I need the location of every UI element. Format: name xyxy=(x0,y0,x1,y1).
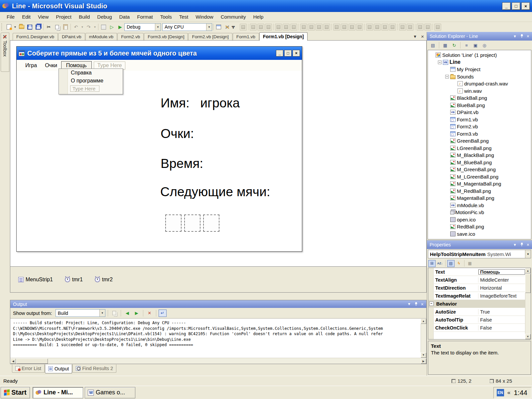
layout-tool-icon[interactable] xyxy=(356,24,363,31)
tree-item[interactable]: DPaint.vb xyxy=(428,109,531,116)
next-message-button[interactable]: ▶ xyxy=(133,310,141,317)
layout-tool-icon[interactable] xyxy=(417,24,424,31)
tree-item[interactable]: RedBall.png xyxy=(428,223,531,230)
properties-window-button[interactable] xyxy=(214,23,223,31)
form-minimize-button[interactable]: _ xyxy=(276,50,283,57)
window-position-icon[interactable]: ▼ xyxy=(407,302,411,306)
menu-item[interactable]: Tools xyxy=(157,13,175,21)
scroll-right-icon[interactable]: ▶ xyxy=(421,358,426,364)
previous-message-button[interactable]: ◀ xyxy=(123,310,131,317)
open-file-button[interactable] xyxy=(17,23,26,31)
menu-item-spravka[interactable]: Справка xyxy=(59,69,123,77)
menu-item[interactable]: Debug xyxy=(94,13,115,21)
layout-tool-icon[interactable] xyxy=(273,24,274,30)
layout-tool-icon[interactable] xyxy=(424,24,431,31)
scroll-down-icon[interactable]: ▼ xyxy=(421,352,426,358)
toolbox-button[interactable] xyxy=(223,23,231,31)
document-tab[interactable]: Form2.vb xyxy=(117,33,144,40)
panel-tab[interactable]: Output xyxy=(45,364,72,373)
tree-item[interactable]: Sounds xyxy=(428,73,531,80)
word-wrap-button[interactable]: ↵ xyxy=(159,310,167,317)
menu-item[interactable]: Community xyxy=(217,13,249,21)
label-next-balls[interactable]: Следующие мячи: xyxy=(160,185,270,199)
copy-button[interactable] xyxy=(53,23,61,31)
layout-tool-icon[interactable] xyxy=(240,24,247,31)
layout-tool-icon[interactable] xyxy=(364,24,365,30)
solution-platform-combo[interactable]: Any CPU ▼ xyxy=(162,23,212,31)
tree-item[interactable]: drumpad-crash.wav xyxy=(428,80,531,87)
scroll-left-icon[interactable]: ◀ xyxy=(10,358,16,364)
layout-tool-icon[interactable] xyxy=(433,24,433,30)
chevron-down-icon[interactable]: ▼ xyxy=(155,24,161,31)
maximize-button[interactable]: □ xyxy=(512,2,520,10)
menu-item[interactable]: File xyxy=(3,13,18,21)
layout-tool-icon[interactable] xyxy=(257,24,264,31)
view-class-diagram-button[interactable]: ◎ xyxy=(480,42,488,49)
undo-button[interactable]: ↶ xyxy=(72,23,80,31)
property-row[interactable]: TextПомощь xyxy=(434,268,525,276)
menu-ochki[interactable]: Очки xyxy=(41,62,61,69)
window-position-icon[interactable]: ▼ xyxy=(513,35,517,38)
layout-tool-icon[interactable] xyxy=(366,24,373,31)
menu-item[interactable]: View xyxy=(35,13,52,21)
start-debugging-button[interactable]: ▶ xyxy=(116,23,124,31)
property-value[interactable]: Помощь xyxy=(478,269,525,275)
chevron-down-icon[interactable]: ▼ xyxy=(206,24,212,31)
layout-tool-icon[interactable] xyxy=(290,24,297,31)
window-position-icon[interactable]: ▼ xyxy=(513,243,517,247)
next-ball-picturebox-2[interactable] xyxy=(184,214,200,232)
document-tab[interactable]: Form1.vb [Design] xyxy=(259,32,308,41)
close-icon[interactable]: × xyxy=(527,242,529,247)
layout-tool-icon[interactable] xyxy=(333,24,340,31)
scrollbar-thumb[interactable] xyxy=(525,274,531,293)
tree-item[interactable]: M_LGreenBall.png xyxy=(428,173,531,181)
tree-item[interactable]: MagentaBall.png xyxy=(428,195,531,202)
layout-tool-icon[interactable] xyxy=(415,24,415,30)
label-score[interactable]: Очки: xyxy=(161,126,194,141)
document-tab[interactable]: Form3.vb [Design] xyxy=(144,33,188,40)
property-value[interactable]: Horizontal xyxy=(478,285,525,291)
property-row[interactable]: AutoToolTipFalse xyxy=(434,316,525,324)
layout-tool-icon[interactable] xyxy=(248,24,248,30)
dropdown-type-here[interactable]: Type Here xyxy=(70,85,99,92)
alphabetical-button[interactable]: AZ↓ xyxy=(436,260,444,267)
menu-item[interactable]: Edit xyxy=(19,13,34,21)
pin-icon[interactable] xyxy=(414,302,418,307)
layout-tool-icon[interactable] xyxy=(332,24,332,30)
layout-tool-icon[interactable] xyxy=(389,24,396,31)
layout-tool-icon[interactable] xyxy=(381,24,388,31)
menu-item[interactable]: Help xyxy=(250,13,267,21)
output-log[interactable]: ------ Build started: Project: Line, Con… xyxy=(10,318,426,358)
property-row[interactable]: TextImageRelatImageBeforeText xyxy=(434,292,525,300)
property-row[interactable]: AutoSizeTrue xyxy=(434,308,525,316)
minimize-button[interactable]: _ xyxy=(502,2,511,10)
scroll-down-icon[interactable]: ▼ xyxy=(525,334,531,339)
tree-item[interactable]: Form3.vb xyxy=(428,130,531,138)
close-icon[interactable]: × xyxy=(527,34,529,39)
expander-icon[interactable] xyxy=(445,75,449,78)
tab-list-dropdown-icon[interactable]: ▼ xyxy=(413,34,417,39)
solution-configuration-combo[interactable]: Debug ▼ xyxy=(124,23,161,31)
tree-item[interactable]: M_MagentaBall.png xyxy=(428,180,531,188)
expander-icon[interactable] xyxy=(438,61,442,64)
property-value[interactable]: False xyxy=(478,325,525,331)
tree-item[interactable]: win.wav xyxy=(428,87,531,95)
toolbar-grip[interactable] xyxy=(1,23,3,31)
property-row[interactable]: TextAlignMiddleCenter xyxy=(434,276,525,284)
layout-tool-icon[interactable] xyxy=(308,24,315,31)
redo-button[interactable]: ↷ xyxy=(84,23,93,31)
scrollbar-thumb[interactable] xyxy=(16,358,48,364)
property-value[interactable]: ImageBeforeText xyxy=(478,293,525,299)
label-name[interactable]: Имя: игрока xyxy=(161,96,240,110)
events-button[interactable]: ϟ xyxy=(455,260,463,267)
tree-item[interactable]: M_BlueBall.png xyxy=(428,159,531,166)
label-time[interactable]: Время: xyxy=(161,156,203,171)
tree-item[interactable]: M_BlackBall.png xyxy=(428,152,531,159)
property-pages-button[interactable]: ▦ xyxy=(466,260,473,267)
document-tab[interactable]: Form1.Designer.vb xyxy=(13,33,58,40)
cut-button[interactable]: ✂ xyxy=(45,23,53,31)
redo-dropdown[interactable]: ▼ xyxy=(93,23,97,31)
document-tab[interactable]: mModule.vb xyxy=(85,33,117,40)
menu-type-here[interactable]: Type Here xyxy=(94,62,126,69)
close-button[interactable]: × xyxy=(521,2,530,10)
